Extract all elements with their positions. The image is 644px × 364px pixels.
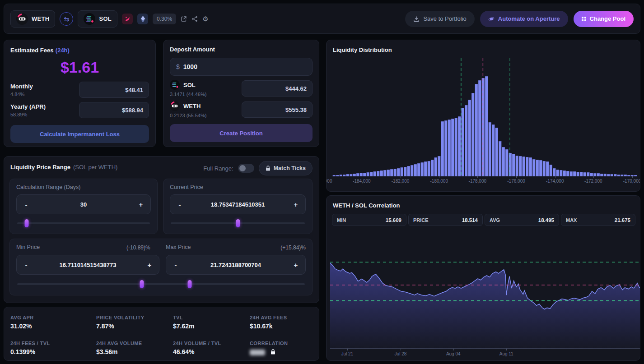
deposit-token1-value: $555.38: [242, 101, 313, 118]
avg-stat-box: AVG18.495: [485, 214, 559, 226]
max-price-handle[interactable]: [188, 280, 192, 288]
swap-tokens-button[interactable]: ⇆: [60, 12, 73, 26]
increment-button[interactable]: +: [293, 201, 299, 208]
create-position-button[interactable]: Create Position: [170, 124, 313, 142]
min-max-price-card: Min Price (-10.89)% Max Price (+15.84)% …: [9, 239, 313, 295]
max-price-value: 21.7243188700704: [210, 262, 261, 268]
deposit-amount-input[interactable]: [183, 63, 306, 70]
lock-icon: [266, 166, 271, 171]
full-range-label: Full Range:: [203, 165, 233, 172]
pool-stats-panel: AVG APR31.02% PRICE VOLATILITY7.87% TVL$…: [4, 307, 319, 361]
yearly-fees-row: Yearly (APR) 58.89% $588.94: [10, 102, 149, 118]
x-tick-label: -182,000: [392, 179, 409, 184]
stat-24h-volume-tvl: 24H VOLUME / TVL46.64%: [173, 341, 250, 356]
price-stat-box: PRICE18.514: [408, 214, 483, 226]
download-icon: [413, 16, 420, 22]
deposit-token1-detail: 0.2123 (55.54%): [170, 113, 206, 118]
calc-range-label: Calculation Range (Days): [16, 184, 80, 190]
current-price-value: 18.75347184510351: [211, 201, 265, 208]
change-pool-button[interactable]: Change Pool: [574, 11, 634, 27]
x-tick-label: -170,000: [623, 179, 640, 184]
deposit-amount-field: $: [170, 58, 313, 76]
settings-gear-icon[interactable]: ⚙: [202, 15, 208, 23]
save-to-portfolio-button[interactable]: Save to Portfolio: [405, 11, 474, 27]
min-price-pct: (-10.89)%: [126, 244, 150, 251]
min-max-range-slider[interactable]: [17, 283, 305, 285]
pool-header-bar: WETH ⇆ SOL 0.30% ⚙: [4, 4, 640, 34]
weth-token-icon: [16, 13, 28, 25]
estimated-fees-value: $1.61: [10, 59, 149, 76]
deposit-amount-panel: Deposit Amount $ SOL 3.1471 (44.46%) $44…: [163, 40, 319, 147]
stat-box-value: 18.514: [462, 217, 478, 223]
x-tick-label: -186,000: [326, 179, 332, 184]
correlation-stat-boxes: MIN15.609 PRICE18.514 AVG18.495 MAX21.67…: [332, 214, 635, 226]
decrement-button[interactable]: -: [23, 201, 29, 208]
uniswap-protocol-icon[interactable]: [122, 14, 133, 24]
stat-box-value: 21.675: [615, 217, 630, 223]
deposit-title: Deposit Amount: [170, 46, 313, 53]
max-price-pct: (+15.84)%: [280, 244, 306, 251]
stat-label: 24H VOLUME / TVL: [173, 341, 250, 346]
min-stat-box: MIN15.609: [332, 214, 406, 226]
sol-token-icon: [170, 80, 180, 90]
calc-range-slider-handle[interactable]: [24, 219, 28, 227]
current-price-stepper: - 18.75347184510351 +: [170, 194, 306, 214]
date-tick-label: Aug 11: [499, 351, 513, 356]
lock-icon[interactable]: [271, 349, 275, 356]
date-tick-label: Jul 28: [395, 351, 407, 356]
stat-value: 46.64%: [173, 348, 250, 355]
min-price-handle[interactable]: [140, 280, 144, 288]
calc-range-slider[interactable]: [17, 222, 150, 224]
app-root: WETH ⇆ SOL 0.30% ⚙: [0, 0, 644, 364]
pool-token-group: WETH ⇆ SOL 0.30% ⚙: [10, 10, 209, 28]
calculation-range-card: Calculation Range (Days) - 30 +: [9, 179, 158, 234]
estimated-fees-panel: Estimated Fees (24h) $1.61 Monthly 4.84%…: [4, 40, 156, 147]
stat-24h-avg-volume: 24H AVG VOLUME$3.56m: [96, 341, 173, 356]
monthly-pct: 4.84%: [10, 92, 33, 97]
grid-dots-icon: [582, 17, 586, 21]
date-tick-label: Jul 21: [341, 351, 353, 356]
stat-price-volatility: PRICE VOLATILITY7.87%: [96, 315, 173, 330]
decrement-button[interactable]: -: [23, 261, 29, 269]
decrement-button[interactable]: -: [173, 261, 179, 269]
monthly-label: Monthly: [10, 83, 33, 90]
match-ticks-button[interactable]: Match Ticks: [259, 161, 313, 175]
current-price-slider-handle[interactable]: [236, 219, 240, 227]
share-icon[interactable]: [191, 16, 198, 22]
stat-tvl: TVL$7.62m: [173, 315, 250, 330]
liquidity-distribution-chart[interactable]: [332, 58, 637, 176]
decrement-button[interactable]: -: [177, 201, 183, 208]
x-tick-label: -184,000: [353, 179, 370, 184]
calc-range-stepper: - 30 +: [16, 194, 151, 214]
save-to-portfolio-label: Save to Portfolio: [423, 15, 466, 22]
token0-button[interactable]: WETH: [10, 10, 55, 28]
fees-period-label: (24h): [56, 47, 70, 54]
aperture-planet-icon: [488, 16, 495, 22]
x-tick-label: -180,000: [430, 179, 448, 184]
liquidity-distribution-panel: Liquidity Distribution -186,000-184,000-…: [326, 40, 640, 192]
increment-button[interactable]: +: [138, 201, 144, 208]
stat-box-value: 18.495: [538, 217, 554, 223]
estimated-fees-title: Estimated Fees: [10, 47, 53, 54]
x-tick-label: -172,000: [584, 179, 602, 184]
increment-button[interactable]: +: [146, 261, 153, 269]
max-price-stepper: - 21.7243188700704 +: [166, 255, 306, 275]
calculate-impermanent-loss-button[interactable]: Calculate Impermanent Loss: [10, 125, 149, 143]
current-price-slider[interactable]: [171, 222, 305, 224]
increment-button[interactable]: +: [293, 261, 299, 269]
stat-label: TVL: [173, 315, 250, 320]
ethereum-chain-icon[interactable]: [137, 14, 148, 24]
stat-24h-fees-tvl: 24H FEES / TVL0.1399%: [10, 341, 96, 356]
price-history-chart[interactable]: [330, 253, 640, 349]
external-link-icon[interactable]: [181, 16, 187, 22]
deposit-token0-row: SOL 3.1471 (44.46%) $444.62: [170, 80, 313, 97]
deposit-token0-symbol: SOL: [183, 82, 196, 88]
liquidity-price-range-panel: Liquidity Price Range (SOL per WETH) Ful…: [4, 156, 319, 303]
stat-box-label: MAX: [566, 217, 577, 223]
monthly-fees-value: $48.41: [79, 82, 149, 98]
stat-24h-avg-fees: 24H AVG FEES$10.67k: [250, 315, 313, 330]
full-range-toggle[interactable]: [238, 164, 254, 173]
price-range-subtitle: (SOL per WETH): [73, 164, 117, 170]
token1-button[interactable]: SOL: [78, 10, 117, 28]
automate-on-aperture-button[interactable]: Automate on Aperture: [480, 11, 568, 27]
